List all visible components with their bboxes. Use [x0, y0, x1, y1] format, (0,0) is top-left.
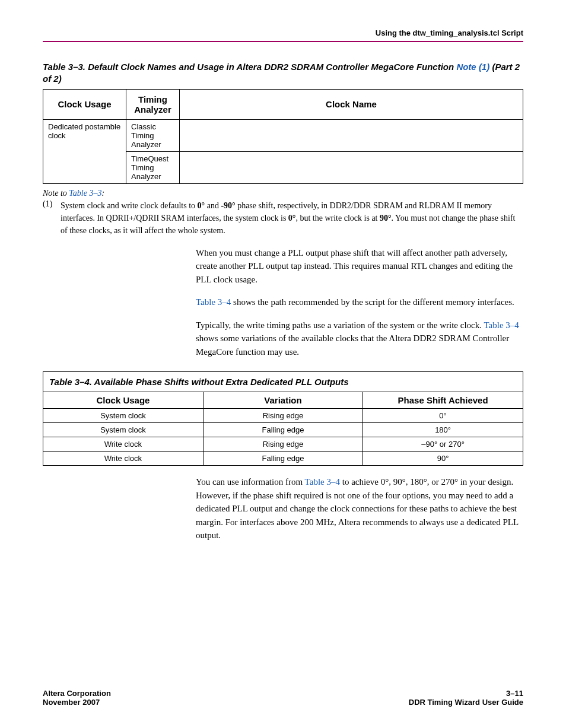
note-frag: , but the write clock is at	[295, 214, 380, 222]
cell-variation: Rising edge	[203, 409, 363, 423]
col-clock-usage: Clock Usage	[43, 89, 126, 119]
note-bold: 0°	[198, 201, 205, 210]
footer-company: Altera Corporation	[43, 689, 111, 698]
table-3-4-title: Table 3–4. Available Phase Shifts withou…	[43, 372, 523, 392]
page: Using the dtw_timing_analysis.tcl Script…	[0, 0, 566, 728]
table-3-3-note-link[interactable]: Note (1)	[456, 62, 489, 72]
note-frag: System clock and write clock defaults to	[61, 201, 198, 210]
page-footer: Altera Corporation November 2007 3–11 DD…	[43, 689, 523, 707]
table-3-3-title-prefix: Table 3–3. Default Clock Names and Usage…	[43, 62, 456, 72]
cell-phase: 180°	[363, 423, 523, 437]
cell-phase: 0°	[363, 409, 523, 423]
table-row: Write clock Falling edge 90°	[43, 452, 523, 466]
body-frag: shows the path recommended by the script…	[231, 297, 514, 307]
col-timing-analyzer: Timing Analyzer	[126, 89, 180, 119]
table-row: Write clock Rising edge –90° or 270°	[43, 437, 523, 452]
table-3-3-title: Table 3–3. Default Clock Names and Usage…	[43, 61, 523, 85]
body-frag: Typically, the write timing paths use a …	[196, 320, 484, 330]
table-3-4-link[interactable]: Table 3–4	[484, 320, 519, 330]
table-row: Dedicated postamble clock Classic Timing…	[43, 119, 523, 151]
body-paragraph-2: Table 3–4 shows the path recommended by …	[196, 295, 523, 309]
note-body: (1) System clock and write clock default…	[43, 199, 523, 237]
note-frag: and	[205, 201, 221, 210]
footer-page-number: 3–11	[506, 689, 523, 698]
cell-phase: 90°	[363, 452, 523, 466]
table-row: System clock Falling edge 180°	[43, 423, 523, 437]
cell-usage: Dedicated postamble clock	[43, 119, 126, 183]
note-heading-prefix: Note to	[43, 189, 69, 198]
col-clock-name: Clock Name	[180, 89, 523, 119]
col-variation: Variation	[203, 392, 363, 409]
cell-usage: Write clock	[43, 452, 203, 466]
table-3-4: Clock Usage Variation Phase Shift Achiev…	[43, 392, 523, 465]
footer-date: November 2007	[43, 698, 100, 707]
cell-clockname	[180, 151, 523, 183]
col-clock-usage: Clock Usage	[43, 392, 203, 409]
cell-clockname	[180, 119, 523, 151]
cell-usage: System clock	[43, 409, 203, 423]
body-paragraph-1: When you must change a PLL output phase …	[196, 246, 523, 287]
body-paragraph-3: Typically, the write timing paths use a …	[196, 319, 523, 359]
note-text: System clock and write clock defaults to…	[61, 199, 523, 237]
cell-usage: System clock	[43, 423, 203, 437]
body-paragraph-4: You can use information from Table 3–4 t…	[196, 475, 523, 542]
table-3-3: Clock Usage Timing Analyzer Clock Name D…	[43, 89, 523, 184]
footer-right: 3–11 DDR Timing Wizard User Guide	[409, 689, 523, 707]
note-heading: Note to Table 3–3:	[43, 189, 523, 198]
body-frag: shows some variations of the available c…	[196, 333, 509, 357]
running-header: Using the dtw_timing_analysis.tcl Script	[43, 28, 523, 41]
note-number: (1)	[43, 199, 61, 237]
cell-variation: Rising edge	[203, 437, 363, 452]
note-heading-suffix: :	[101, 189, 104, 198]
cell-variation: Falling edge	[203, 423, 363, 437]
table-header-row: Clock Usage Timing Analyzer Clock Name	[43, 89, 523, 119]
table-header-row: Clock Usage Variation Phase Shift Achiev…	[43, 392, 523, 409]
cell-analyzer: TimeQuest Timing Analyzer	[126, 151, 180, 183]
note-table-link[interactable]: Table 3–3	[69, 189, 101, 198]
note-bold: 90°	[380, 214, 392, 222]
table-3-4-link[interactable]: Table 3–4	[196, 297, 231, 307]
body-frag: You can use information from	[196, 477, 305, 487]
table-row: System clock Rising edge 0°	[43, 409, 523, 423]
note-bold: -90°	[221, 201, 235, 210]
note-bold: 0°	[288, 214, 296, 222]
cell-analyzer: Classic Timing Analyzer	[126, 119, 180, 151]
table-3-4-wrap: Table 3–4. Available Phase Shifts withou…	[43, 371, 523, 466]
header-rule	[43, 41, 523, 42]
footer-doc-title: DDR Timing Wizard User Guide	[409, 698, 523, 707]
col-phase-shift: Phase Shift Achieved	[363, 392, 523, 409]
cell-variation: Falling edge	[203, 452, 363, 466]
table-3-4-link[interactable]: Table 3–4	[305, 477, 340, 487]
cell-phase: –90° or 270°	[363, 437, 523, 452]
cell-usage: Write clock	[43, 437, 203, 452]
footer-left: Altera Corporation November 2007	[43, 689, 111, 707]
